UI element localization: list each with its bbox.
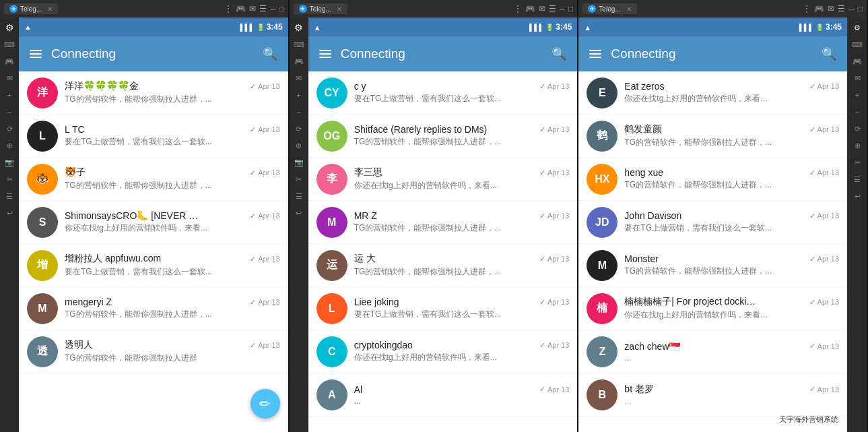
minimize-icon-2[interactable]: ─ [560,4,566,13]
chat-item[interactable]: Zzach chew🇸🇬✓ Apr 13... [578,330,847,373]
email-icon-3[interactable]: ✉ [828,4,834,13]
chat-item[interactable]: EEat zeros✓ Apr 13你还在找tg上好用的营销软件吗，来看... [578,71,847,115]
chat-list-3[interactable]: EEat zeros✓ Apr 13你还在找tg上好用的营销软件吗，来看...鹤… [578,71,847,432]
telegram-tab-3[interactable]: ✈ Teleg... ✕ [582,3,636,14]
menu-dots-1[interactable]: ⋮ [224,4,232,13]
chat-item[interactable]: 增增粉拉人 appfuwu.com✓ Apr 13要在TG上做营销，需有我们这么… [19,244,288,287]
rs-keyboard[interactable]: ⌨ [850,37,865,52]
chat-list-1[interactable]: 洋洋洋🍀🍀🍀🍀金✓ Apr 13TG的营销软件，能帮你强制拉人进群，...LL … [19,71,288,432]
chat-item[interactable]: CYc y✓ Apr 13要在TG上做营销，需有我们这么一套软... [308,71,578,115]
ls-btn-camera[interactable]: 📷 [2,155,17,170]
hamburger-menu-3[interactable] [587,47,604,61]
chat-item[interactable]: LLiee joking✓ Apr 13要在TG上做营销，需有我们这么一套软..… [308,287,578,330]
chat-item[interactable]: 透透明人✓ Apr 13TG的营销软件，能帮你强制拉人进群 [19,330,288,373]
tab-close-3[interactable]: ✕ [626,5,632,13]
ls-btn-rotate[interactable]: ⟳ [2,121,17,136]
chat-item[interactable]: SShimonsaysCRO🦶 [NEVER D...✓ Apr 13你还在找t… [19,201,288,244]
ls-btn-settings[interactable]: ⚙ [2,20,17,35]
chat-item[interactable]: 🐯🐯子✓ Apr 13TG的营销软件，能帮你强制拉人进群，... [19,158,288,201]
ls-btn-zoom[interactable]: ⊕ [2,138,17,153]
chat-item[interactable]: 洋洋洋🍀🍀🍀🍀金✓ Apr 13TG的营销软件，能帮你强制拉人进群，... [19,71,288,115]
h-line [319,50,331,51]
maximize-icon-2[interactable]: □ [568,4,573,13]
ls-btn-vol-up-2[interactable]: + [292,88,306,102]
hamburger-menu-2[interactable] [316,47,334,61]
ls-btn-vol-up[interactable]: + [2,88,17,102]
menu-dots-3[interactable]: ⋮ [803,4,811,13]
ls-btn-rotate-2[interactable]: ⟳ [292,121,306,136]
chat-item[interactable]: JDJohn Davison✓ Apr 13要在TG上做营销，需有我们这么一套软… [578,201,847,244]
ls-btn-mail[interactable]: ✉ [2,71,17,86]
chat-name: 运 大 [354,253,376,265]
chat-item[interactable]: Ccryptokingdao✓ Apr 13你还在找tg上好用的营销软件吗，来看… [308,330,578,373]
rs-rotate[interactable]: ⟳ [850,121,865,136]
email-icon-2[interactable]: ✉ [539,4,545,13]
app-title-1: Connecting [51,47,253,61]
search-btn-2[interactable]: 🔍 [549,44,569,64]
chat-item[interactable]: 鹤鹤发童颜✓ Apr 13TG的营销软件，能帮你强制拉人进群，... [578,115,847,158]
rs-settings[interactable]: ⚙ [850,20,865,35]
chat-item[interactable]: Bbt 老罗✓ Apr 13... [578,373,847,416]
list-icon-1[interactable]: ☰ [259,4,267,13]
hamburger-menu-1[interactable] [27,47,44,61]
ls-btn-back-2[interactable]: ↩ [292,206,306,220]
gamepad-icon-2[interactable]: 🎮 [525,4,535,13]
rs-vol-up[interactable]: + [850,88,865,102]
ls-btn-list[interactable]: ☰ [2,189,17,204]
telegram-tab-2[interactable]: ✈ Teleg... ✕ [294,3,347,14]
ls-btn-gamepad-2[interactable]: 🎮 [292,54,306,69]
chat-item[interactable]: AAl✓ Apr 13... [308,373,578,416]
tab-close-2[interactable]: ✕ [337,5,342,13]
gamepad-icon-3[interactable]: 🎮 [814,4,824,13]
maximize-icon-3[interactable]: □ [858,4,863,13]
email-icon-1[interactable]: ✉ [249,4,256,13]
chat-list-2[interactable]: CYc y✓ Apr 13要在TG上做营销，需有我们这么一套软...OGShit… [308,71,578,432]
rs-back[interactable]: ↩ [850,189,865,204]
chat-item[interactable]: 李李三思✓ Apr 13你还在找tg上好用的营销软件吗，来看... [308,158,578,201]
gamepad-icon-1[interactable]: 🎮 [236,4,246,13]
maximize-icon-1[interactable]: □ [279,4,283,13]
chat-item[interactable]: MMonster✓ Apr 13TG的营销软件，能帮你强制拉人进群，... [578,244,847,287]
telegram-tab-1[interactable]: ✈ Teleg... ✕ [4,3,58,14]
ls-btn-gamepad[interactable]: 🎮 [2,54,17,69]
ls-btn-mail-2[interactable]: ✉ [292,71,306,86]
chat-item[interactable]: HXheng xue✓ Apr 13TG的营销软件，能帮你强制拉人进群，... [578,158,847,201]
rs-list[interactable]: ☰ [850,172,865,187]
avatar: HX [587,164,617,195]
rs-gamepad[interactable]: 🎮 [850,54,865,69]
rs-scissors[interactable]: ✂ [850,155,865,170]
status-right-3: ▌▌▌ 🔋 3:45 [799,22,842,32]
tab-close-1[interactable]: ✕ [47,5,53,13]
chat-meta: ✓ Apr 13 [539,385,569,394]
ls-btn-keyboard-2[interactable]: ⌨ [292,37,306,52]
minimize-icon-1[interactable]: ─ [270,4,276,13]
ls-btn-scissors-2[interactable]: ✂ [292,172,306,187]
minimize-icon-3[interactable]: ─ [848,4,855,13]
list-icon-2[interactable]: ☰ [549,4,556,13]
chat-preview: ... [354,396,570,406]
ls-btn-vol-dn[interactable]: − [2,104,17,119]
ls-btn-back[interactable]: ↩ [2,206,17,220]
chat-item[interactable]: LL TC✓ Apr 13要在TG上做营销，需有我们这么一套软... [19,115,288,158]
chat-item[interactable]: Mmengeryi Z✓ Apr 13TG的营销软件，能帮你强制拉人进群，... [19,287,288,330]
chat-item[interactable]: 运运 大✓ Apr 13TG的营销软件，能帮你强制拉人进群，... [308,244,578,287]
ls-btn-zoom-2[interactable]: ⊕ [292,138,306,153]
chat-item[interactable]: OGShitface (Rarely replies to DMs)✓ Apr … [308,115,578,158]
ls-btn-keyboard[interactable]: ⌨ [2,37,17,52]
ls-btn-list-2[interactable]: ☰ [292,189,306,204]
menu-dots-2[interactable]: ⋮ [514,4,522,13]
search-btn-3[interactable]: 🔍 [819,44,839,64]
ls-btn-camera-2[interactable]: 📷 [292,155,306,170]
ls-btn-scissors[interactable]: ✂ [2,172,17,187]
rs-zoom[interactable]: ⊕ [850,138,865,153]
ls-btn-vol-dn-2[interactable]: − [292,104,306,119]
rs-vol-dn[interactable]: − [850,104,865,119]
list-icon-3[interactable]: ☰ [838,4,845,13]
chat-content: 🐯子✓ Apr 13TG的营销软件，能帮你强制拉人进群，... [65,166,280,191]
compose-fab-1[interactable]: ✏ [251,389,280,419]
search-btn-1[interactable]: 🔍 [260,44,280,64]
ls-btn-settings-2[interactable]: ⚙ [292,20,306,35]
chat-item[interactable]: 楠楠楠楠楠子| For project dockin...✓ Apr 13你还在… [578,287,847,330]
chat-item[interactable]: MMR Z✓ Apr 13TG的营销软件，能帮你强制拉人进群，... [308,201,578,244]
rs-mail[interactable]: ✉ [850,71,865,86]
